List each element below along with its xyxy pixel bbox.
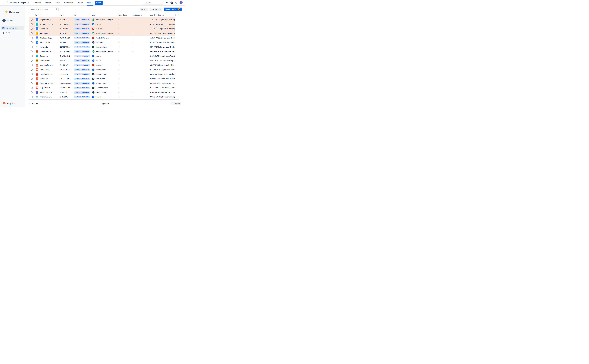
create-button[interactable]: Create — [95, 1, 103, 5]
project-row[interactable]: ⚒Hovzu GroupBKPGVHNLBCOMPANY MANAGEDTtah… — [29, 67, 175, 72]
column-header-name[interactable]: Name — [34, 13, 59, 16]
issue-type-scheme: ASULSF: Simple Issue Tracking Iss... — [150, 32, 175, 34]
nav-item-filters[interactable]: Filters — [54, 0, 63, 6]
project-name: Josjanro Corp. — [40, 87, 50, 89]
bulk-action-dropdown[interactable]: Bulk action — [150, 7, 162, 11]
row-checkbox[interactable] — [31, 19, 33, 21]
nav-item-dashboards[interactable]: Dashboards — [63, 0, 76, 6]
jira-brand[interactable]: Jira Work Management — [6, 1, 29, 4]
sidebar-item-active-projects[interactable]: Active Projects — [1, 26, 24, 30]
go-back-button[interactable]: ← Go back — [0, 18, 25, 23]
next-page-arrow-icon[interactable]: → — [113, 102, 115, 105]
chevron-down-icon — [60, 3, 61, 3]
row-checkbox[interactable] — [31, 73, 33, 75]
issue-count: 0 — [119, 37, 119, 39]
project-name: Marketing Team v2 — [40, 23, 53, 25]
project-row[interactable]: ▦Jinaceara Inc.BIRKIVXCOMPANY MANAGEDEev… — [29, 58, 175, 63]
row-checkbox[interactable] — [31, 51, 33, 52]
global-search[interactable] — [143, 1, 164, 5]
row-checkbox[interactable] — [31, 41, 33, 43]
coffee-cup-icon: ☕ — [35, 95, 39, 98]
row-checkbox[interactable] — [31, 55, 33, 57]
browser-window-icon: ▤ — [35, 73, 39, 76]
row-checkbox[interactable] — [31, 23, 33, 25]
lead-avatar: T — [92, 68, 95, 71]
last-updated: - — [132, 91, 133, 93]
nav-item-people[interactable]: People — [76, 0, 86, 6]
project-search-input[interactable] — [30, 8, 56, 10]
clear-search-icon[interactable]: ✕ — [56, 8, 57, 10]
project-row[interactable]: ◉Tujifunekbel Ltd.BGJORMYROICOMPANY MANA… — [29, 49, 175, 54]
view-dropdown[interactable]: View — [140, 7, 148, 11]
column-header-style: Style — [73, 13, 91, 16]
review-changes-button[interactable]: Review changes 4 — [164, 7, 182, 11]
row-checkbox[interactable] — [31, 91, 33, 93]
row-checkbox[interactable] — [31, 78, 33, 80]
lead-name: Ben Warwick-Champion — [96, 51, 113, 52]
nav-item-your-work[interactable]: Your work — [32, 0, 43, 6]
project-search[interactable]: ✕ — [29, 7, 59, 11]
column-header-key[interactable]: Key — [59, 13, 73, 16]
lead-avatar: O — [92, 77, 95, 80]
row-checkbox[interactable] — [31, 96, 33, 98]
project-row[interactable]: ☕Fiheluohvuc Ltd.BPTVEPWCOMPANY MANAGEDE… — [29, 95, 175, 99]
project-row[interactable]: ◉Zafuczi Inc.BHWSUMRNCOMPANY MANAGEDEeva… — [29, 54, 175, 58]
style-badge: COMPANY MANAGED — [74, 19, 90, 21]
project-row[interactable]: ◎Marketing Team v2AEOTLOQTFGCOMPANY MANA… — [29, 22, 175, 27]
nav-item-projects[interactable]: Projects — [44, 0, 54, 6]
last-updated: - — [132, 78, 133, 80]
project-row[interactable]: ⚑Agfo GroupASULSFCOMPANY MANAGEDBWBen Wa… — [29, 31, 175, 36]
user-avatar[interactable]: JR — [179, 1, 183, 4]
project-row[interactable]: ☁Tuthooj Ltd.ASOEGYACOMPANY MANAGEDPphan… — [29, 26, 175, 31]
project-key: BKNPDDT — [60, 64, 68, 66]
app-switcher-icon[interactable] — [2, 1, 4, 4]
row-checkbox[interactable] — [31, 87, 33, 89]
settings-gear-icon[interactable]: ⚙ — [175, 1, 178, 4]
project-row[interactable]: ◉Uletefojakukig Ltd.BMBNFBSVKZCOMPANY MA… — [29, 81, 175, 86]
project-row[interactable]: ☎Apoju & Co.BDPIORCRLCOMPANY MANAGEDZzla… — [29, 45, 175, 49]
style-badge: COMPANY MANAGED — [74, 87, 90, 89]
project-key: AYLFJR — [60, 41, 66, 43]
project-row[interactable]: ◗Vensazofojku Ltd.BOMKUBCOMPANY MANAGEDZ… — [29, 90, 175, 95]
column-header-issue-count[interactable]: Issue Count — [118, 13, 132, 16]
project-row[interactable]: ▲Juupobejani Inc.ACTDGZGCOMPANY MANAGEDB… — [29, 17, 175, 22]
project-key: BNVSKAYOIL — [60, 87, 70, 89]
issue-type-scheme: BPTVEPW: Simple Issue Tracking I... — [150, 96, 175, 98]
row-checkbox[interactable] — [31, 28, 33, 30]
lead-avatar: E — [92, 96, 95, 98]
project-row[interactable]: ▤Etamubazjod Ltd.BKSTRXQCOMPANY MANAGEDJ… — [29, 72, 175, 77]
help-icon[interactable]: ? — [170, 1, 173, 4]
lead-avatar: E — [92, 23, 95, 26]
row-checkbox[interactable] — [31, 60, 33, 62]
review-changes-count-badge: 4 — [178, 8, 180, 11]
row-checkbox[interactable] — [31, 82, 33, 84]
row-checkbox[interactable] — [31, 64, 33, 66]
row-checkbox[interactable] — [31, 37, 33, 39]
notifications-bell-icon[interactable] — [165, 1, 168, 4]
sidebar-item-trash[interactable]: Trash — [1, 31, 24, 35]
column-header-lead: Lead — [91, 13, 118, 16]
last-updated: - — [132, 55, 133, 57]
project-row[interactable]: ⚒Josjanro Corp.BNVSKAYOILCOMPANY MANAGED… — [29, 86, 175, 90]
project-name: Vensazofojku Ltd. — [40, 91, 53, 93]
row-checkbox[interactable] — [31, 46, 33, 48]
project-row[interactable]: ☁Kihujlufuw Corp.AUTMOVYGSCOMPANY MANAGE… — [29, 36, 175, 40]
project-key: BKZZJHPPK — [60, 78, 69, 80]
project-row[interactable]: ☁Susiok GroupAYLFJRCOMPANY MANAGEDFfran.… — [29, 40, 175, 45]
row-checkbox[interactable] — [31, 69, 33, 71]
row-checkbox[interactable] — [31, 32, 33, 34]
lead-name: zlatica.chalupka — [96, 91, 107, 93]
nav-item-apps[interactable]: Apps — [86, 0, 93, 6]
global-search-input[interactable] — [146, 2, 163, 4]
export-button[interactable]: Export — [171, 102, 181, 105]
last-updated: - — [132, 73, 133, 75]
jira-logo-icon — [6, 1, 8, 4]
project-row[interactable]: ▣Nelgutagaful Corp.BKNPDDTCOMPANY MANAGE… — [29, 63, 175, 67]
lead-name: eva.lien — [96, 23, 101, 25]
project-row[interactable]: ≡Jebiz & Co.BKZZJHPPKCOMPANY MANAGEDOoma… — [29, 77, 175, 81]
previous-page-arrow-icon[interactable]: ← — [95, 102, 97, 105]
column-header-last-updated[interactable]: Last Updated — [132, 13, 149, 16]
style-badge: COMPANY MANAGED — [74, 27, 90, 30]
lead-name: phan.kim — [96, 64, 102, 66]
issue-type-scheme: AYLFJR: Simple Issue Tracking Iss... — [150, 41, 175, 43]
